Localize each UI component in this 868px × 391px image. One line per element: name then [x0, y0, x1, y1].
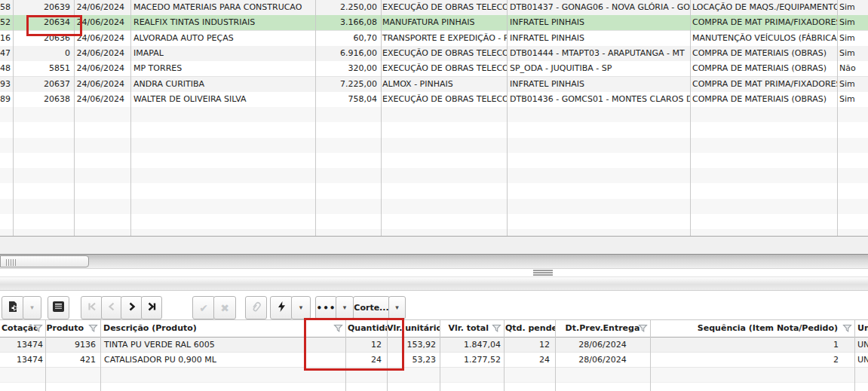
grid-cell[interactable]: 0	[13, 46, 74, 61]
grid-cell[interactable]: IMAPAL	[130, 46, 315, 61]
grid-cell[interactable]: COMPRA DE MAT PRIMA/FIXADORES (	[690, 15, 837, 30]
grid-cell[interactable]: 9136	[45, 338, 100, 352]
nav-next-button[interactable]	[121, 296, 143, 319]
grid-cell[interactable]: 320,00	[315, 61, 381, 76]
grid-cell[interactable]: 1	[650, 338, 854, 352]
corte-dropdown-button[interactable]: ▾	[388, 296, 406, 319]
grid-cell[interactable]: 89	[0, 92, 13, 107]
grid-cell[interactable]: 2	[650, 353, 854, 367]
column-header-un[interactable]: Un	[854, 320, 868, 337]
grid-cell[interactable]: 28/06/2024	[555, 338, 650, 352]
grid-cell[interactable]: 20639	[13, 0, 74, 15]
grid-cell[interactable]: Sim	[837, 15, 868, 30]
cancel-button[interactable]: ✖	[213, 296, 236, 319]
grid-cell[interactable]: 153,92	[387, 338, 440, 352]
grid-cell[interactable]: 24/06/2024	[74, 92, 130, 107]
grid-cell[interactable]: 20634	[13, 15, 74, 30]
grid-cell[interactable]: 58	[0, 0, 13, 15]
grid-cell[interactable]: 24	[504, 353, 555, 367]
grid-cell[interactable]: UN	[854, 338, 868, 352]
grid-cell[interactable]: WALTER DE OLIVEIRA SILVA	[130, 92, 315, 107]
nav-first-button[interactable]	[81, 296, 103, 319]
grid-cell[interactable]: 1.277,52	[440, 353, 504, 367]
nav-last-button[interactable]	[141, 296, 162, 319]
grid-cell[interactable]: ANDRA CURITIBA	[130, 77, 315, 92]
column-header-dt-prev-entrega[interactable]: Dt.Prev.Entrega	[555, 320, 650, 337]
grid-cell[interactable]: 6.916,00	[315, 46, 381, 61]
scrollbar-thumb[interactable]	[0, 255, 89, 267]
grid-cell[interactable]: MANUFATURA PINHAIS	[381, 15, 507, 30]
grid-cell[interactable]: COMPRA DE MATERIAIS (OBRAS)	[690, 61, 837, 76]
filter-funnel-icon[interactable]	[333, 324, 343, 335]
table-row[interactable]: 13474421CATALISADOR PU 0,900 ML2453,231.…	[0, 353, 868, 368]
grid-cell[interactable]: 13474	[0, 353, 45, 367]
confirm-button[interactable]: ✔	[192, 296, 215, 319]
grid-cell[interactable]: COMPRA DE MATERIAIS (OBRAS)	[690, 46, 837, 61]
grid-cell[interactable]: UN	[854, 353, 868, 367]
column-header-qtd-pendente[interactable]: Qtd. pendente	[504, 320, 555, 337]
grid-cell[interactable]: INFRATEL PINHAIS	[507, 31, 690, 46]
grid-cell[interactable]: 24/06/2024	[74, 46, 130, 61]
grid-cell[interactable]: Sim	[837, 77, 868, 92]
table-view-button[interactable]	[48, 296, 69, 319]
filter-funnel-icon[interactable]	[842, 324, 852, 335]
grid-cell[interactable]: 24/06/2024	[74, 77, 130, 92]
grid-cell[interactable]: 12	[504, 338, 555, 352]
grid-cell[interactable]: 12	[345, 338, 387, 352]
column-header-sequ-ncia-item-nota-pedido-[interactable]: Sequência (Item Nota/Pedido)	[650, 320, 854, 337]
grid-cell[interactable]: 7.225,00	[315, 77, 381, 92]
quick-actions-dropdown-button[interactable]: ▾	[291, 296, 311, 319]
grid-cell[interactable]: DTB01436 - GOMCS01 - MONTES CLAROS DE G	[507, 92, 690, 107]
grid-cell[interactable]: MP TORRES	[130, 61, 315, 76]
horizontal-scrollbar[interactable]	[0, 254, 868, 268]
grid-cell[interactable]: 16	[0, 31, 13, 46]
splitter-handle-icon[interactable]	[533, 270, 553, 276]
grid-cell[interactable]: TRANSPORTE E EXPEDIÇÃO - PIN	[381, 31, 507, 46]
grid-cell[interactable]: 2.250,00	[315, 0, 381, 15]
grid-cell[interactable]: 28/06/2024	[555, 353, 650, 367]
grid-cell[interactable]: MANUTENÇÃO VEÍCULOS (FÁBRICA)	[690, 31, 837, 46]
grid-cell[interactable]: 47	[0, 46, 13, 61]
grid-cell[interactable]: DTB01444 - MTAPT03 - ARAPUTANGA - MT	[507, 46, 690, 61]
filter-funnel-icon[interactable]	[638, 324, 648, 335]
column-header-quantidade[interactable]: Quantidade	[345, 320, 387, 337]
grid-cell[interactable]: 24/06/2024	[74, 61, 130, 76]
grid-cell[interactable]: ALVORADA AUTO PEÇAS	[130, 31, 315, 46]
grid-cell[interactable]: 52	[0, 15, 13, 30]
grid-cell[interactable]: Sim	[837, 46, 868, 61]
grid-cell[interactable]: EXECUÇÃO DE OBRAS TELECOM	[381, 61, 507, 76]
grid-cell[interactable]: Sim	[837, 92, 868, 107]
corte-button[interactable]: Corte...	[353, 296, 390, 319]
grid-cell[interactable]: 60,70	[315, 31, 381, 46]
table-row[interactable]: 134749136TINTA PU VERDE RAL 600512153,92…	[0, 338, 868, 353]
grid-cell[interactable]: TINTA PU VERDE RAL 6005	[100, 338, 345, 352]
filter-funnel-icon[interactable]	[492, 324, 501, 335]
column-header-descri-o-produto-[interactable]: Descrição (Produto)	[100, 320, 345, 337]
grid-cell[interactable]: 5851	[13, 61, 74, 76]
grid-cell[interactable]: DTB01437 - GONAG06 - NOVA GLÓRIA - GO	[507, 0, 690, 15]
grid-cell[interactable]: Sim	[837, 31, 868, 46]
grid-cell[interactable]: INFRATEL PINHAIS	[507, 77, 690, 92]
grid-cell[interactable]: 24	[345, 353, 387, 367]
grid-cell[interactable]: 758,04	[315, 92, 381, 107]
grid-cell[interactable]: 48	[0, 61, 13, 76]
grid-cell[interactable]: 53,23	[387, 353, 440, 367]
grid-cell[interactable]: 24/06/2024	[74, 15, 130, 30]
more-actions-button[interactable]: •••	[315, 296, 337, 319]
grid-cell[interactable]: 20636	[13, 31, 74, 46]
grid-cell[interactable]: REALFIX TINTAS INDUSTRIAIS	[130, 15, 315, 30]
grid-cell[interactable]: 3.166,08	[315, 15, 381, 30]
nav-previous-button[interactable]	[101, 296, 122, 319]
grid-cell[interactable]: EXECUÇÃO DE OBRAS TELECOM	[381, 92, 507, 107]
export-report-button[interactable]	[2, 296, 24, 319]
grid-cell[interactable]: 421	[45, 353, 100, 367]
quick-actions-button[interactable]	[270, 296, 293, 319]
pane-splitter[interactable]	[0, 268, 868, 276]
grid-cell[interactable]: EXECUÇÃO DE OBRAS TELECOM	[381, 46, 507, 61]
grid-cell[interactable]: COMPRA DE MAT PRIMA/FIXADORES (	[690, 77, 837, 92]
grid-cell[interactable]: Sim	[837, 0, 868, 15]
filter-funnel-icon[interactable]	[88, 324, 98, 335]
filter-funnel-icon[interactable]	[33, 324, 43, 335]
grid-cell[interactable]: MACEDO MATERIAIS PARA CONSTRUCAO	[130, 0, 315, 15]
grid-cell[interactable]: 24/06/2024	[74, 31, 130, 46]
